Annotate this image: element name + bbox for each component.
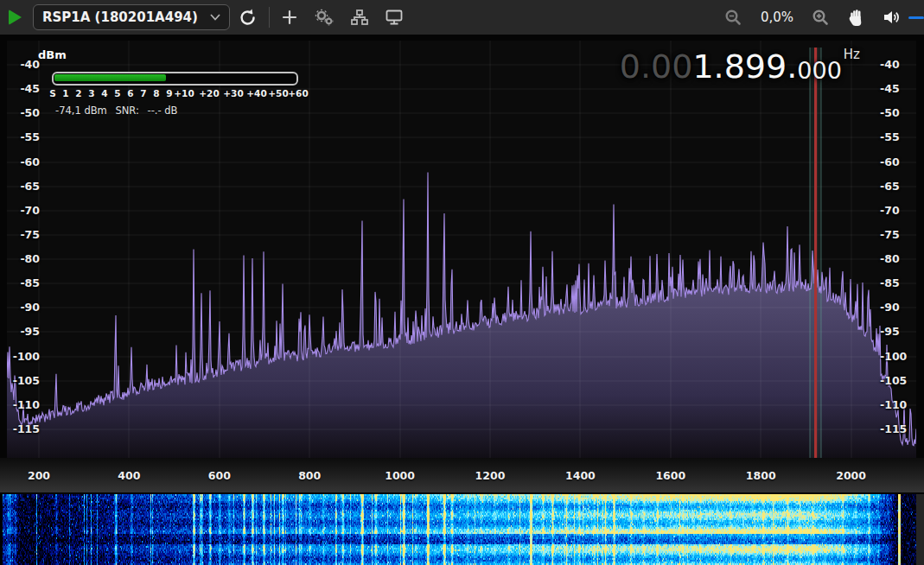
dbm-tick-label: -105 xyxy=(880,374,909,388)
gears-icon xyxy=(315,9,334,26)
zoom-out-icon xyxy=(725,10,742,26)
frequency-tick-label: 1000 xyxy=(385,469,415,482)
settings-button[interactable] xyxy=(306,0,342,35)
dbm-tick-label: -40 xyxy=(880,58,909,72)
speaker-icon xyxy=(883,10,902,25)
device-dropdown[interactable]: RSP1A (180201A494) xyxy=(33,4,230,30)
dbm-axis-unit-label: dBm xyxy=(38,48,67,61)
frequency-main-digits: 1.899. xyxy=(692,50,797,83)
dbm-tick-label: -90 xyxy=(10,301,40,314)
dbm-tick-label: -75 xyxy=(10,228,40,242)
frequency-tick-label: 800 xyxy=(298,469,321,482)
fft-spectrum-plot[interactable] xyxy=(7,41,916,458)
dbm-tick-label: -80 xyxy=(10,252,40,266)
s-meter-scale-label: +30 xyxy=(223,88,243,98)
frequency-tick-label: 1200 xyxy=(475,469,506,482)
frequency-unit-label: Hz xyxy=(844,48,860,61)
chevron-down-icon xyxy=(210,14,220,21)
s-meter-scale-label: 7 xyxy=(140,88,146,98)
s-meter-scale-label: 4 xyxy=(101,88,107,98)
dbm-tick-label: -115 xyxy=(880,422,909,436)
plus-icon xyxy=(282,10,297,25)
s-meter-scale-label: S xyxy=(49,88,56,98)
s-meter-level-fill xyxy=(54,74,166,81)
frequency-tick-label: 1400 xyxy=(565,469,596,482)
dbm-tick-label: -55 xyxy=(10,130,40,144)
s-meter-scale-label: 2 xyxy=(75,88,81,98)
s-meter-scale-label: +60 xyxy=(288,88,308,98)
toolbar-separator xyxy=(269,7,270,28)
pan-tool-button[interactable] xyxy=(838,0,874,35)
frequency-tick-label: 1600 xyxy=(655,469,685,482)
waterfall-right-margin xyxy=(916,494,924,565)
frequency-trailing-digits: 000 xyxy=(797,59,842,83)
dbm-tick-label: -100 xyxy=(880,350,909,364)
module-manager-button[interactable] xyxy=(342,0,377,35)
toolbar-right-group: 0,0% xyxy=(717,0,924,35)
dbm-tick-label: -80 xyxy=(880,252,909,266)
frequency-leading-zeros: 0.00 xyxy=(620,50,693,83)
device-dropdown-value: RSP1A (180201A494) xyxy=(42,10,210,25)
volume-slider[interactable] xyxy=(908,16,924,19)
sitemap-icon xyxy=(351,10,368,25)
s-meter-scale-label: 1 xyxy=(62,88,68,98)
frequency-tick-label: 1800 xyxy=(746,469,776,482)
dbm-tick-label: -55 xyxy=(880,130,909,144)
dbm-tick-label: -115 xyxy=(10,422,40,436)
s-meter-scale-label: +10 xyxy=(174,88,194,98)
s-meter-scale-label: 8 xyxy=(153,88,159,98)
hand-icon xyxy=(848,9,863,26)
play-button[interactable] xyxy=(0,0,29,35)
vfo-cursor-line xyxy=(814,48,817,458)
zoom-out-button[interactable] xyxy=(717,0,750,35)
dbm-tick-label: -105 xyxy=(10,374,40,388)
dbm-tick-label: -100 xyxy=(10,350,40,364)
add-vfo-button[interactable] xyxy=(273,0,306,35)
monitor-icon xyxy=(386,10,403,25)
zoom-level-value: 0,0% xyxy=(750,10,804,25)
dbm-tick-label: -60 xyxy=(880,156,909,169)
snr-label: SNR: xyxy=(115,105,138,117)
mute-button[interactable] xyxy=(874,0,903,35)
refresh-icon xyxy=(239,9,257,27)
zoom-in-icon xyxy=(812,10,829,26)
frequency-tick-label: 400 xyxy=(118,469,140,482)
dbm-tick-label: -50 xyxy=(880,106,909,120)
dbm-tick-label: -70 xyxy=(880,204,909,218)
s-meter-scale: S123456789+10+20+30+40+50+60 xyxy=(0,88,311,98)
signal-level-value: -74,1 dBm xyxy=(55,105,107,117)
sdr-app-window: RSP1A (180201A494) xyxy=(0,0,924,565)
s-meter-bar xyxy=(52,72,298,86)
s-meter-scale-label: 3 xyxy=(88,88,94,98)
vfo-frequency-display[interactable]: 0.00 1.899. 000 Hz xyxy=(620,50,860,83)
display-settings-button[interactable] xyxy=(377,0,411,35)
frequency-tick-label: 200 xyxy=(28,469,50,482)
s-meter-status: -74,1 dBm SNR: --.- dB xyxy=(55,105,183,117)
dbm-tick-label: -85 xyxy=(880,276,909,290)
frequency-tick-label: 2000 xyxy=(836,469,866,482)
zoom-in-button[interactable] xyxy=(804,0,838,35)
snr-value: --.- dB xyxy=(148,105,178,117)
dbm-tick-label: -70 xyxy=(10,204,40,218)
dbm-tick-label: -95 xyxy=(880,325,909,339)
dbm-tick-label: -90 xyxy=(880,301,909,314)
s-meter-scale-label: 6 xyxy=(127,88,133,98)
s-meter-scale-label: +20 xyxy=(199,88,219,98)
refresh-button[interactable] xyxy=(230,0,265,35)
dbm-tick-label: -75 xyxy=(880,228,909,242)
s-meter-scale-label: 5 xyxy=(114,88,120,98)
dbm-tick-label: -65 xyxy=(10,180,40,194)
dbm-tick-label: -45 xyxy=(880,82,909,96)
frequency-tick-label: 600 xyxy=(208,469,231,482)
s-meter-scale-label: +50 xyxy=(268,88,288,98)
dbm-tick-label: -85 xyxy=(10,276,40,290)
dbm-tick-label: -110 xyxy=(880,398,909,412)
dbm-tick-label: -95 xyxy=(10,325,40,339)
toolbar: RSP1A (180201A494) xyxy=(0,0,924,35)
waterfall-display[interactable] xyxy=(3,494,916,565)
dbm-tick-label: -110 xyxy=(10,398,40,412)
dbm-tick-label: -60 xyxy=(10,156,40,169)
play-icon xyxy=(9,10,22,25)
dbm-tick-label: -65 xyxy=(880,180,909,194)
s-meter-scale-label: 9 xyxy=(166,88,172,98)
